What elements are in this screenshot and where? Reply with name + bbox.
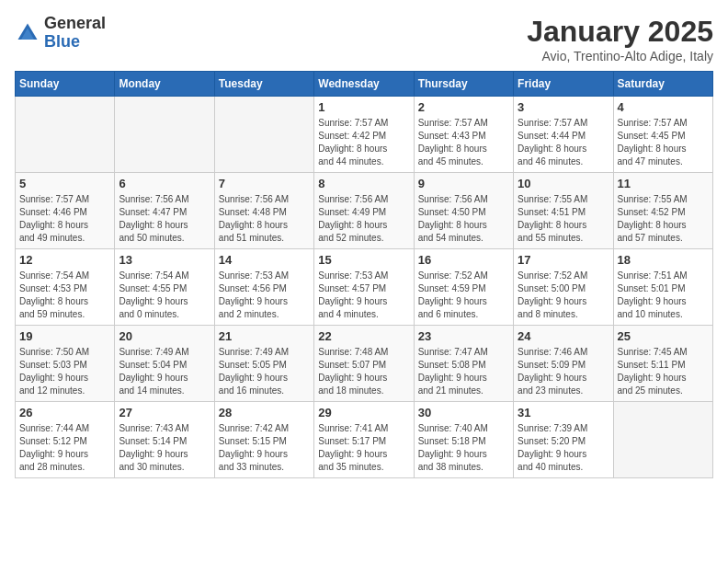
day-number: 27: [119, 406, 210, 419]
week-row-4: 19Sunrise: 7:50 AM Sunset: 5:03 PM Dayli…: [16, 326, 713, 402]
day-number: 13: [119, 253, 210, 267]
day-info: Sunrise: 7:41 AM Sunset: 5:17 PM Dayligh…: [318, 422, 409, 474]
day-number: 9: [418, 177, 509, 190]
calendar-cell: 20Sunrise: 7:49 AM Sunset: 5:04 PM Dayli…: [115, 326, 214, 402]
calendar-cell: 25Sunrise: 7:45 AM Sunset: 5:11 PM Dayli…: [613, 326, 712, 402]
calendar-subtitle: Avio, Trentino-Alto Adige, Italy: [527, 49, 713, 63]
calendar-table: SundayMondayTuesdayWednesdayThursdayFrid…: [15, 71, 713, 478]
day-number: 12: [19, 253, 110, 267]
day-info: Sunrise: 7:53 AM Sunset: 4:57 PM Dayligh…: [318, 270, 409, 321]
day-info: Sunrise: 7:43 AM Sunset: 5:14 PM Dayligh…: [119, 422, 210, 474]
calendar-cell: 30Sunrise: 7:40 AM Sunset: 5:18 PM Dayli…: [414, 402, 513, 478]
day-number: 18: [618, 253, 709, 267]
calendar-cell: 6Sunrise: 7:56 AM Sunset: 4:47 PM Daylig…: [115, 173, 214, 249]
day-info: Sunrise: 7:51 AM Sunset: 5:01 PM Dayligh…: [618, 270, 709, 321]
week-row-1: 1Sunrise: 7:57 AM Sunset: 4:42 PM Daylig…: [16, 97, 713, 173]
day-info: Sunrise: 7:49 AM Sunset: 5:05 PM Dayligh…: [219, 346, 310, 397]
day-info: Sunrise: 7:45 AM Sunset: 5:11 PM Dayligh…: [618, 346, 709, 397]
day-number: 26: [19, 406, 110, 419]
calendar-cell: 27Sunrise: 7:43 AM Sunset: 5:14 PM Dayli…: [115, 402, 214, 478]
calendar-cell: [16, 97, 115, 173]
calendar-cell: 10Sunrise: 7:55 AM Sunset: 4:51 PM Dayli…: [514, 173, 613, 249]
day-number: 10: [518, 177, 609, 190]
calendar-cell: 11Sunrise: 7:55 AM Sunset: 4:52 PM Dayli…: [613, 173, 712, 249]
day-info: Sunrise: 7:50 AM Sunset: 5:03 PM Dayligh…: [19, 346, 110, 397]
day-info: Sunrise: 7:39 AM Sunset: 5:20 PM Dayligh…: [518, 422, 609, 474]
day-number: 24: [518, 329, 609, 343]
logo-blue: Blue: [44, 32, 80, 51]
day-number: 3: [518, 100, 609, 114]
day-number: 31: [518, 406, 609, 419]
calendar-cell: 19Sunrise: 7:50 AM Sunset: 5:03 PM Dayli…: [16, 326, 115, 402]
calendar-cell: 21Sunrise: 7:49 AM Sunset: 5:05 PM Dayli…: [214, 326, 313, 402]
calendar-cell: [115, 97, 214, 173]
day-info: Sunrise: 7:56 AM Sunset: 4:49 PM Dayligh…: [318, 193, 409, 245]
day-number: 5: [19, 177, 110, 190]
day-number: 11: [618, 177, 709, 190]
day-info: Sunrise: 7:57 AM Sunset: 4:45 PM Dayligh…: [618, 117, 709, 168]
day-number: 6: [119, 177, 210, 190]
calendar-cell: 26Sunrise: 7:44 AM Sunset: 5:12 PM Dayli…: [16, 402, 115, 478]
calendar-title: January 2025: [527, 15, 713, 49]
weekday-tuesday: Tuesday: [214, 72, 313, 97]
calendar-cell: 23Sunrise: 7:47 AM Sunset: 5:08 PM Dayli…: [414, 326, 513, 402]
day-number: 7: [219, 177, 310, 190]
day-number: 29: [318, 406, 409, 419]
day-info: Sunrise: 7:56 AM Sunset: 4:48 PM Dayligh…: [219, 193, 310, 245]
weekday-monday: Monday: [115, 72, 214, 97]
day-number: 2: [418, 100, 509, 114]
calendar-cell: 12Sunrise: 7:54 AM Sunset: 4:53 PM Dayli…: [16, 249, 115, 326]
logo: General Blue: [15, 15, 106, 52]
day-info: Sunrise: 7:55 AM Sunset: 4:51 PM Dayligh…: [518, 193, 609, 245]
day-number: 30: [418, 406, 509, 419]
day-info: Sunrise: 7:54 AM Sunset: 4:55 PM Dayligh…: [119, 270, 210, 321]
calendar-cell: 24Sunrise: 7:46 AM Sunset: 5:09 PM Dayli…: [514, 326, 613, 402]
calendar-cell: 2Sunrise: 7:57 AM Sunset: 4:43 PM Daylig…: [414, 97, 513, 173]
calendar-cell: [214, 97, 313, 173]
day-info: Sunrise: 7:56 AM Sunset: 4:47 PM Dayligh…: [119, 193, 210, 245]
day-number: 25: [618, 329, 709, 343]
weekday-thursday: Thursday: [414, 72, 513, 97]
calendar-cell: [613, 402, 712, 478]
day-number: 15: [318, 253, 409, 267]
calendar-cell: 7Sunrise: 7:56 AM Sunset: 4:48 PM Daylig…: [214, 173, 313, 249]
day-info: Sunrise: 7:57 AM Sunset: 4:46 PM Dayligh…: [19, 193, 110, 245]
day-number: 19: [19, 329, 110, 343]
day-info: Sunrise: 7:56 AM Sunset: 4:50 PM Dayligh…: [418, 193, 509, 245]
page-header: General Blue January 2025 Avio, Trentino…: [15, 15, 713, 63]
day-number: 16: [418, 253, 509, 267]
calendar-cell: 5Sunrise: 7:57 AM Sunset: 4:46 PM Daylig…: [16, 173, 115, 249]
calendar-cell: 3Sunrise: 7:57 AM Sunset: 4:44 PM Daylig…: [514, 97, 613, 173]
day-number: 1: [318, 100, 409, 114]
day-info: Sunrise: 7:46 AM Sunset: 5:09 PM Dayligh…: [518, 346, 609, 397]
calendar-cell: 28Sunrise: 7:42 AM Sunset: 5:15 PM Dayli…: [214, 402, 313, 478]
weekday-friday: Friday: [514, 72, 613, 97]
calendar-cell: 22Sunrise: 7:48 AM Sunset: 5:07 PM Dayli…: [314, 326, 414, 402]
day-info: Sunrise: 7:40 AM Sunset: 5:18 PM Dayligh…: [418, 422, 509, 474]
day-info: Sunrise: 7:53 AM Sunset: 4:56 PM Dayligh…: [219, 270, 310, 321]
day-info: Sunrise: 7:57 AM Sunset: 4:44 PM Dayligh…: [518, 117, 609, 168]
calendar-cell: 17Sunrise: 7:52 AM Sunset: 5:00 PM Dayli…: [514, 249, 613, 326]
day-info: Sunrise: 7:48 AM Sunset: 5:07 PM Dayligh…: [318, 346, 409, 397]
day-info: Sunrise: 7:57 AM Sunset: 4:42 PM Dayligh…: [318, 117, 409, 168]
day-number: 17: [518, 253, 609, 267]
calendar-cell: 31Sunrise: 7:39 AM Sunset: 5:20 PM Dayli…: [514, 402, 613, 478]
day-number: 20: [119, 329, 210, 343]
day-info: Sunrise: 7:42 AM Sunset: 5:15 PM Dayligh…: [219, 422, 310, 474]
title-block: January 2025 Avio, Trentino-Alto Adige, …: [527, 15, 713, 63]
calendar-cell: 4Sunrise: 7:57 AM Sunset: 4:45 PM Daylig…: [613, 97, 712, 173]
calendar-cell: 8Sunrise: 7:56 AM Sunset: 4:49 PM Daylig…: [314, 173, 414, 249]
logo-text: General Blue: [44, 15, 106, 52]
week-row-5: 26Sunrise: 7:44 AM Sunset: 5:12 PM Dayli…: [16, 402, 713, 478]
calendar-cell: 1Sunrise: 7:57 AM Sunset: 4:42 PM Daylig…: [314, 97, 414, 173]
day-info: Sunrise: 7:52 AM Sunset: 5:00 PM Dayligh…: [518, 270, 609, 321]
weekday-wednesday: Wednesday: [314, 72, 414, 97]
weekday-sunday: Sunday: [16, 72, 115, 97]
week-row-3: 12Sunrise: 7:54 AM Sunset: 4:53 PM Dayli…: [16, 249, 713, 326]
day-info: Sunrise: 7:49 AM Sunset: 5:04 PM Dayligh…: [119, 346, 210, 397]
calendar-cell: 15Sunrise: 7:53 AM Sunset: 4:57 PM Dayli…: [314, 249, 414, 326]
weekday-header-row: SundayMondayTuesdayWednesdayThursdayFrid…: [16, 72, 713, 97]
day-number: 28: [219, 406, 310, 419]
day-number: 4: [618, 100, 709, 114]
day-info: Sunrise: 7:54 AM Sunset: 4:53 PM Dayligh…: [19, 270, 110, 321]
